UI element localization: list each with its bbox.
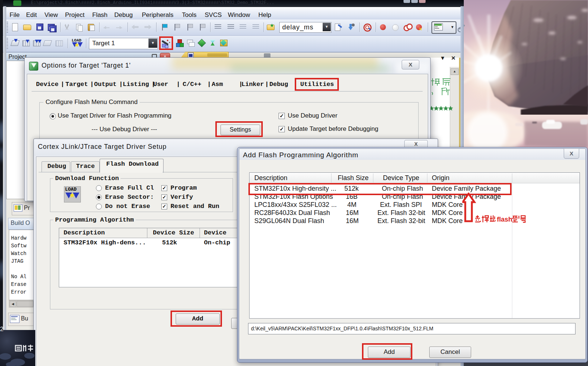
svg-text:flash: flash: [497, 216, 512, 223]
